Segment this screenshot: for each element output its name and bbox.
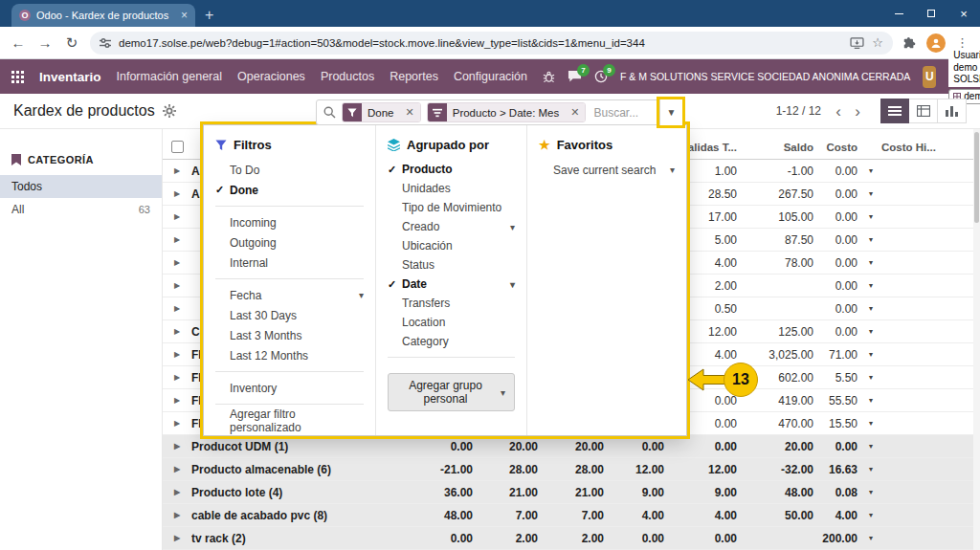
row-label: Producto lote (4) — [191, 486, 412, 499]
filter-menu-item[interactable]: Last 3 Months — [204, 325, 375, 345]
back-icon[interactable]: ← — [10, 34, 27, 51]
list-view-button[interactable] — [880, 99, 909, 123]
groupby-menu-item[interactable]: Ubicación — [376, 236, 526, 255]
filter-menu-item[interactable]: ✓Done — [204, 180, 375, 200]
menu-item-label: Agregar filtro personalizado — [230, 407, 364, 434]
debug-bug-icon[interactable] — [543, 71, 555, 83]
search-dropdown-panel: Filtros To Do✓DoneIncomingOutgoingIntern… — [203, 124, 687, 436]
site-settings-icon[interactable] — [100, 37, 111, 49]
search-facet[interactable]: Producto > Date: Mes✕ — [427, 102, 587, 122]
search-input[interactable]: Buscar... — [593, 106, 659, 120]
menu-item-label: Last 30 Days — [230, 309, 297, 322]
table-row[interactable]: ▶cable de acabado pvc (8)48.007.007.004.… — [163, 504, 980, 527]
bookmark-star-icon[interactable]: ☆ — [872, 35, 883, 50]
nav-menu-información-general[interactable]: Información general — [117, 70, 222, 83]
nav-menu-configuración[interactable]: Configuración — [454, 70, 527, 83]
cell-value: 0.00 — [819, 440, 863, 453]
sidebar-item-label: All — [11, 203, 24, 216]
groupby-menu-item[interactable]: Creado▾ — [376, 217, 526, 236]
messages-icon[interactable]: 7 — [568, 70, 582, 83]
sidebar-item-all[interactable]: All63 — [0, 198, 162, 221]
expand-caret-icon: ▶ — [174, 304, 180, 313]
activities-badge: 9 — [603, 64, 615, 77]
nav-menu-productos[interactable]: Productos — [321, 70, 374, 83]
select-all-checkbox[interactable] — [171, 141, 184, 153]
expand-caret-icon: ▶ — [174, 350, 180, 359]
pager-previous-button[interactable]: ‹ — [829, 102, 848, 121]
user-avatar[interactable]: U — [923, 66, 936, 88]
scrollbar-thumb[interactable] — [974, 132, 979, 223]
action-gear-icon[interactable] — [163, 104, 176, 118]
nav-menu-operaciones[interactable]: Operaciones — [237, 70, 305, 83]
company-name[interactable]: F & M SOLUTIONS SERVICE SOCIEDAD ANONIMA… — [620, 71, 910, 82]
close-window-button[interactable]: × — [947, 0, 980, 27]
app-name[interactable]: Inventario — [39, 70, 101, 84]
filter-menu-item[interactable]: Agregar filtro personalizado — [204, 410, 375, 430]
row-caret-icon: ▼ — [863, 512, 879, 518]
add-custom-group-button[interactable]: Agregar grupo personal ▾ — [388, 373, 515, 411]
user-menu[interactable]: Usuario demo SOLSE demo17 — [948, 49, 980, 104]
favorite-menu-item[interactable]: Save current search▾ — [527, 160, 686, 180]
groupby-menu-item[interactable]: Location — [376, 313, 526, 332]
browser-tab[interactable]: O Odoo - Kardex de productos × — [11, 4, 195, 27]
groupby-menu-item[interactable]: Tipo de Movimiento — [376, 198, 526, 217]
groupby-menu-item[interactable]: Status — [376, 255, 526, 275]
favorites-column: ★ Favoritos Save current search▾ — [527, 125, 686, 435]
extensions-icon[interactable] — [902, 36, 916, 50]
sidebar-item-todos[interactable]: Todos — [0, 175, 162, 198]
pivot-view-button[interactable] — [909, 99, 938, 123]
view-switcher — [880, 99, 967, 123]
expand-caret-icon: ▶ — [174, 166, 180, 175]
menu-item-label: Fecha — [230, 289, 261, 302]
cell-value: 0.00 — [412, 440, 479, 453]
browser-menu-icon[interactable]: ⋮ — [956, 35, 969, 50]
column-header[interactable]: Saldo — [743, 142, 819, 153]
table-row[interactable]: ▶Producto almacenable (6)-21.0028.0028.0… — [163, 458, 980, 481]
search-facet[interactable]: Done✕ — [342, 102, 421, 122]
graph-view-button[interactable] — [938, 99, 967, 123]
cast-icon[interactable] — [850, 37, 864, 49]
filter-menu-item[interactable]: Fecha▾ — [204, 285, 375, 305]
menu-item-label: Ubicación — [402, 239, 453, 253]
filter-menu-item[interactable]: To Do — [204, 160, 375, 180]
forward-icon[interactable]: → — [36, 34, 54, 51]
filter-menu-item[interactable]: Internal — [204, 253, 375, 273]
menu-item-label: Internal — [230, 256, 268, 270]
odoo-favicon: O — [19, 10, 31, 21]
column-header[interactable]: Costo — [819, 142, 863, 153]
groupby-menu-item[interactable]: ✓Producto — [376, 160, 526, 179]
groupby-menu-item[interactable]: ✓Date▾ — [376, 275, 526, 294]
filter-menu-item[interactable]: Inventory — [204, 378, 375, 398]
menu-item-label: Tipo de Movimiento — [402, 201, 501, 214]
nav-menu-reportes[interactable]: Reportes — [390, 70, 438, 83]
tab-close-icon[interactable]: × — [181, 9, 188, 22]
activities-clock-icon[interactable]: 9 — [594, 70, 608, 83]
search-options-toggle[interactable]: ▼ — [659, 99, 682, 125]
facet-close-icon[interactable]: ✕ — [400, 103, 420, 121]
search-bar[interactable]: Done✕Producto > Date: Mes✕ Buscar... ▼ — [316, 99, 683, 125]
new-tab-button[interactable]: + — [205, 8, 213, 23]
facet-close-icon[interactable]: ✕ — [565, 103, 585, 121]
cell-value: -1.00 — [743, 165, 819, 178]
expand-caret-icon: ▶ — [174, 235, 180, 244]
groupby-menu-item[interactable]: Unidades — [376, 179, 526, 198]
reload-icon[interactable]: ↻ — [63, 34, 80, 52]
apps-menu-icon[interactable] — [11, 71, 24, 83]
filter-menu-item[interactable]: Outgoing — [204, 232, 375, 253]
groupby-menu-item[interactable]: Transfers — [376, 294, 526, 313]
table-row[interactable]: ▶Producot UDM (1)0.0020.0020.000.000.002… — [163, 435, 980, 458]
groupby-menu-item[interactable]: Category — [376, 332, 526, 351]
table-row[interactable]: ▶tv rack (2)0.002.002.000.000.00200.00▼ — [163, 527, 980, 550]
menu-item-label: Producto — [402, 163, 453, 176]
row-label: tv rack (2) — [191, 532, 412, 545]
column-header[interactable]: Costo Hi... — [879, 142, 980, 153]
filter-menu-item[interactable]: Last 30 Days — [204, 305, 375, 325]
maximize-button[interactable] — [915, 0, 947, 27]
minimize-button[interactable] — [882, 0, 915, 27]
filter-menu-item[interactable]: Last 12 Months — [204, 345, 375, 365]
table-row[interactable]: ▶Producto lote (4)36.0021.0021.009.009.0… — [163, 481, 980, 504]
filter-menu-item[interactable]: Incoming — [204, 212, 375, 232]
vertical-scrollbar[interactable] — [973, 129, 980, 550]
pager-next-button[interactable]: › — [848, 102, 867, 121]
menu-item-label: Incoming — [230, 216, 277, 230]
